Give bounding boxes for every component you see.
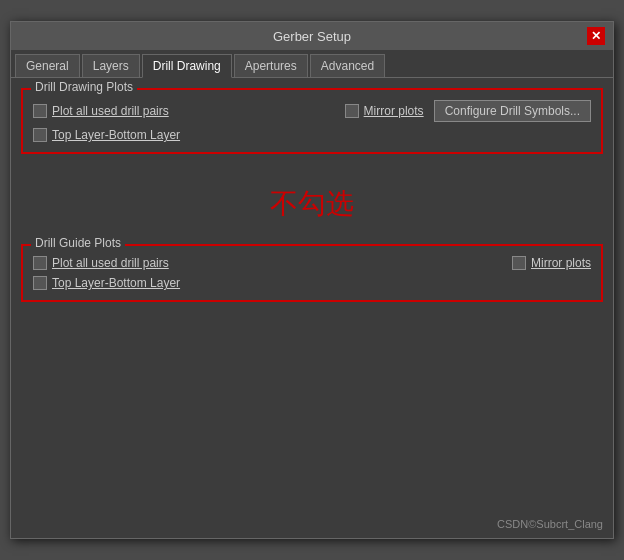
dialog-title: Gerber Setup xyxy=(37,29,587,44)
mirror-plots-label: Mirror plots xyxy=(364,104,424,118)
tab-general[interactable]: General xyxy=(15,54,80,77)
drill-guide-plots-label: Drill Guide Plots xyxy=(31,236,125,250)
gerber-setup-dialog: Gerber Setup ✕ General Layers Drill Draw… xyxy=(10,21,614,539)
plot-all-drill-pairs-label: Plot all used drill pairs xyxy=(52,104,169,118)
guide-top-bottom-label: Top Layer-Bottom Layer xyxy=(52,276,180,290)
drill-guide-row1: Plot all used drill pairs Mirror plots xyxy=(33,256,591,270)
top-bottom-layer-label: Top Layer-Bottom Layer xyxy=(52,128,180,142)
guide-top-bottom-wrapper[interactable]: Top Layer-Bottom Layer xyxy=(33,276,180,290)
drill-guide-plots-group: Drill Guide Plots Plot all used drill pa… xyxy=(21,244,603,302)
guide-top-bottom-checkbox[interactable] xyxy=(33,276,47,290)
watermark-area: 不勾选 xyxy=(21,164,603,244)
drill-drawing-row1-right: Mirror plots Configure Drill Symbols... xyxy=(345,100,591,122)
drill-drawing-row2: Top Layer-Bottom Layer xyxy=(33,128,591,142)
drill-drawing-plots-label: Drill Drawing Plots xyxy=(31,80,137,94)
guide-plot-all-checkbox[interactable] xyxy=(33,256,47,270)
title-bar: Gerber Setup ✕ xyxy=(11,22,613,50)
configure-drill-symbols-button[interactable]: Configure Drill Symbols... xyxy=(434,100,591,122)
drill-drawing-row1: Plot all used drill pairs Mirror plots C… xyxy=(33,100,591,122)
top-bottom-layer-checkbox[interactable] xyxy=(33,128,47,142)
plot-all-drill-pairs-checkbox[interactable] xyxy=(33,104,47,118)
tab-bar: General Layers Drill Drawing Apertures A… xyxy=(11,50,613,78)
guide-plot-all-wrapper[interactable]: Plot all used drill pairs xyxy=(33,256,169,270)
tab-content: Drill Drawing Plots Plot all used drill … xyxy=(11,78,613,538)
tab-layers[interactable]: Layers xyxy=(82,54,140,77)
guide-plot-all-label: Plot all used drill pairs xyxy=(52,256,169,270)
top-bottom-layer-wrapper[interactable]: Top Layer-Bottom Layer xyxy=(33,128,180,142)
drill-drawing-plots-group: Drill Drawing Plots Plot all used drill … xyxy=(21,88,603,154)
drill-guide-row1-right: Mirror plots xyxy=(512,256,591,270)
guide-mirror-plots-checkbox[interactable] xyxy=(512,256,526,270)
plot-all-drill-pairs-wrapper[interactable]: Plot all used drill pairs xyxy=(33,104,169,118)
watermark-text: 不勾选 xyxy=(270,185,354,223)
mirror-plots-wrapper[interactable]: Mirror plots xyxy=(345,104,424,118)
tab-advanced[interactable]: Advanced xyxy=(310,54,385,77)
close-button[interactable]: ✕ xyxy=(587,27,605,45)
guide-mirror-plots-wrapper[interactable]: Mirror plots xyxy=(512,256,591,270)
tab-drill-drawing[interactable]: Drill Drawing xyxy=(142,54,232,78)
tab-apertures[interactable]: Apertures xyxy=(234,54,308,77)
drill-guide-row2: Top Layer-Bottom Layer xyxy=(33,276,591,290)
footer-watermark: CSDN©Subcrt_Clang xyxy=(497,518,603,530)
guide-mirror-plots-label: Mirror plots xyxy=(531,256,591,270)
mirror-plots-checkbox[interactable] xyxy=(345,104,359,118)
